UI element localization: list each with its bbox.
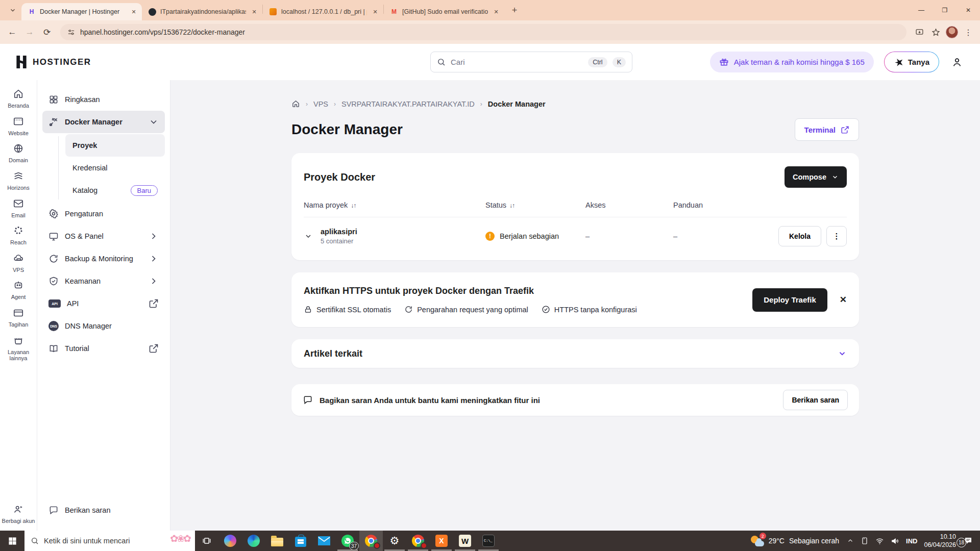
sidebar-item-backup-monitoring[interactable]: Backup & Monitoring	[42, 247, 165, 270]
sort-icon[interactable]: ↓↑	[351, 202, 356, 209]
sidebar-label: Keamanan	[65, 277, 101, 285]
deploy-traefik-button[interactable]: Deploy Traefik	[752, 288, 827, 312]
taskbar-clock[interactable]: 10.10 06/04/2026	[924, 533, 956, 549]
rail-item-reach[interactable]: Reach	[0, 225, 37, 246]
search-input[interactable]	[451, 58, 583, 66]
expand-row-icon[interactable]	[304, 232, 313, 240]
breadcrumb-vps[interactable]: VPS	[313, 100, 328, 108]
terminal-button[interactable]: Terminal	[795, 118, 859, 141]
action-center-button[interactable]: 18	[963, 536, 976, 545]
referral-banner[interactable]: Ajak teman & raih komisi hingga $ 165	[710, 52, 874, 72]
compose-button[interactable]: Compose	[785, 166, 847, 188]
rail-item-email[interactable]: Email	[0, 198, 37, 219]
volume-button[interactable]	[891, 537, 899, 545]
close-icon[interactable]: ✕	[840, 294, 847, 305]
browser-tab-active[interactable]: H Docker Manager | Hostinger ✕	[21, 3, 142, 20]
rail-item-layanan-lainnya[interactable]: Layanan lainnya	[0, 335, 37, 362]
browser-toolbar: ← → ⟳ hpanel.hostinger.com/vps/1536722/d…	[0, 20, 980, 44]
new-tab-button[interactable]: +	[507, 3, 522, 17]
browser-tab-github[interactable]: ITpartairakyatindonesia/aplikasi ✕	[142, 3, 262, 20]
give-feedback-button[interactable]: Berikan saran	[783, 390, 848, 410]
manage-button[interactable]: Kelola	[778, 226, 821, 246]
rail-item-agent[interactable]: Agent	[0, 280, 37, 300]
wifi-icon	[875, 537, 884, 545]
mail-button[interactable]	[312, 531, 336, 551]
rail-item-horizons[interactable]: Horizons	[0, 170, 37, 191]
url-bar[interactable]: hpanel.hostinger.com/vps/1536722/docker-…	[60, 24, 906, 40]
sidebar-item-os-panel[interactable]: OS & Panel	[42, 225, 165, 247]
global-search[interactable]: Ctrl K	[430, 52, 632, 72]
copilot-button[interactable]	[218, 531, 242, 551]
browser-menu-icon[interactable]: ⋮	[961, 24, 976, 40]
restore-button[interactable]: ❐	[933, 0, 957, 20]
task-view-button[interactable]	[195, 531, 218, 551]
install-app-icon[interactable]	[912, 24, 927, 40]
microsoft-store-button[interactable]	[289, 531, 312, 551]
cast-device-button[interactable]	[861, 537, 869, 545]
account-icon[interactable]	[949, 55, 965, 70]
close-button[interactable]: ✕	[957, 0, 980, 20]
sort-icon[interactable]: ↓↑	[509, 202, 514, 209]
sidebar-item-api[interactable]: API API	[42, 292, 165, 315]
wifi-button[interactable]	[875, 537, 884, 545]
row-menu-button[interactable]: ⋮	[826, 226, 847, 246]
sidebar-subitem-kredensial[interactable]: Kredensial	[65, 157, 165, 179]
refresh-button[interactable]: ⟳	[39, 24, 55, 40]
tab-search-button[interactable]	[5, 3, 20, 18]
sidebar-item-docker-manager[interactable]: Docker Manager	[42, 111, 165, 133]
hpanel-body: Beranda Website Domain Horizons Email Re…	[0, 80, 980, 531]
tab-close-icon[interactable]: ✕	[250, 8, 258, 16]
forward-button[interactable]: →	[21, 24, 38, 40]
sidebar-item-tutorial[interactable]: Tutorial	[42, 337, 165, 360]
reach-dots-icon	[13, 225, 24, 236]
breadcrumb-server[interactable]: SVRPARTAIRAKYAT.PARTAIRAKYAT.ID	[341, 100, 475, 108]
file-explorer-button[interactable]	[265, 531, 289, 551]
language-indicator[interactable]: IND	[906, 537, 917, 545]
chevron-down-icon[interactable]	[838, 349, 847, 358]
rail-item-domain[interactable]: Domain	[0, 143, 37, 164]
col-status[interactable]: Status	[485, 201, 506, 209]
project-name[interactable]: aplikasipri	[321, 228, 357, 236]
minimize-button[interactable]: —	[910, 0, 933, 20]
chrome-notification-badge	[421, 542, 427, 549]
terminal-app-button[interactable]: C:\_	[477, 531, 500, 551]
rail-item-vps[interactable]: VPS	[0, 253, 37, 273]
sidebar-item-ringkasan[interactable]: Ringkasan	[42, 88, 165, 111]
back-button[interactable]: ←	[4, 24, 20, 40]
rail-item-berbagi-akun[interactable]: Berbagi akun	[0, 504, 37, 524]
related-articles-card[interactable]: Artikel terkait	[291, 339, 859, 368]
ask-kodee-button[interactable]: Tanya	[884, 52, 939, 72]
tray-expand-button[interactable]	[847, 537, 854, 544]
chrome-active-button[interactable]	[359, 531, 383, 551]
chevron-right-icon	[149, 254, 159, 264]
browser-tab-gmail[interactable]: M [GitHub] Sudo email verification ✕	[384, 3, 504, 20]
browser-profile-avatar[interactable]	[944, 24, 960, 40]
bookmark-star-icon[interactable]	[928, 24, 943, 40]
w-app-button[interactable]: W	[453, 531, 477, 551]
weather-widget[interactable]: 2 29°C Sebagian cerah	[751, 535, 840, 546]
edge-button[interactable]	[242, 531, 265, 551]
xampp-button[interactable]: X	[430, 531, 453, 551]
hostinger-logo[interactable]: HOSTINGER	[15, 55, 91, 69]
sidebar-subitem-katalog[interactable]: Katalog Baru	[65, 179, 165, 202]
rail-item-tagihan[interactable]: Tagihan	[0, 307, 37, 328]
start-button[interactable]	[0, 531, 24, 551]
tab-close-icon[interactable]: ✕	[492, 8, 500, 16]
whatsapp-button[interactable]: 37	[336, 531, 359, 551]
home-icon[interactable]	[291, 99, 300, 108]
settings-button[interactable]: ⚙	[383, 531, 406, 551]
tab-close-icon[interactable]: ✕	[371, 8, 379, 16]
taskbar-search-input[interactable]	[44, 537, 189, 545]
sidebar-item-pengaturan[interactable]: Pengaturan	[42, 203, 165, 225]
rail-item-website[interactable]: Website	[0, 116, 37, 137]
rail-item-beranda[interactable]: Beranda	[0, 88, 37, 109]
sidebar-feedback-link[interactable]: Berikan saran	[42, 499, 165, 521]
sidebar-item-dns-manager[interactable]: DNS DNS Manager	[42, 315, 165, 337]
sidebar-item-keamanan[interactable]: Keamanan	[42, 270, 165, 292]
browser-tab-phpmyadmin[interactable]: localhost / 127.0.0.1 / db_pri | p ✕	[263, 3, 383, 20]
taskbar-search[interactable]: ✿❀✿	[24, 531, 195, 551]
col-nama-proyek[interactable]: Nama proyek	[304, 201, 348, 209]
sidebar-subitem-proyek[interactable]: Proyek	[65, 134, 165, 157]
tab-close-icon[interactable]: ✕	[130, 8, 138, 16]
chrome-secondary-button[interactable]	[406, 531, 430, 551]
